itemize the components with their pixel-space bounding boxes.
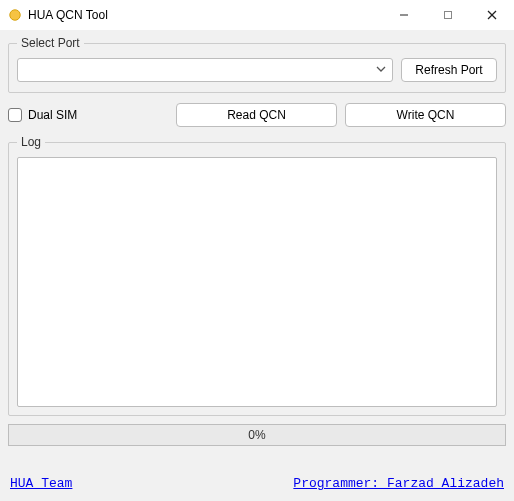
svg-rect-2 [445,12,452,19]
maximize-button[interactable] [426,0,470,30]
actions-row: Dual SIM Read QCN Write QCN [8,103,506,127]
log-legend: Log [17,135,45,149]
refresh-port-label: Refresh Port [415,63,482,77]
log-textarea[interactable] [17,157,497,407]
write-qcn-label: Write QCN [397,108,455,122]
hua-team-link[interactable]: HUA Team [10,476,72,491]
select-port-group: Select Port Refresh Port [8,36,506,93]
dual-sim-label: Dual SIM [28,108,77,122]
footer: HUA Team Programmer: Farzad Alizadeh [8,476,506,491]
progress-text: 0% [248,428,265,442]
checkbox-box-icon [8,108,22,122]
refresh-port-button[interactable]: Refresh Port [401,58,497,82]
dual-sim-checkbox[interactable]: Dual SIM [8,108,168,122]
read-qcn-button[interactable]: Read QCN [176,103,337,127]
window-controls [382,0,514,30]
log-group: Log [8,135,506,416]
svg-point-0 [10,10,21,21]
window-title: HUA QCN Tool [28,8,382,22]
select-port-legend: Select Port [17,36,84,50]
chevron-down-icon [376,63,386,77]
progress-bar: 0% [8,424,506,446]
read-qcn-label: Read QCN [227,108,286,122]
minimize-button[interactable] [382,0,426,30]
app-icon [8,8,22,22]
client-area: Select Port Refresh Port Dual SIM Read Q… [0,30,514,501]
port-row: Refresh Port [17,58,497,82]
programmer-link[interactable]: Programmer: Farzad Alizadeh [293,476,504,491]
titlebar: HUA QCN Tool [0,0,514,30]
close-button[interactable] [470,0,514,30]
write-qcn-button[interactable]: Write QCN [345,103,506,127]
port-dropdown[interactable] [17,58,393,82]
